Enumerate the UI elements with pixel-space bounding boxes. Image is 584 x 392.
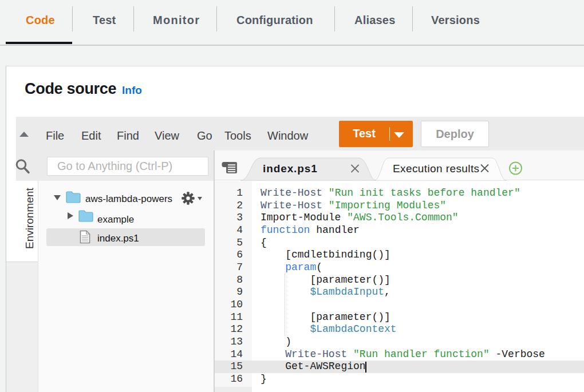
svg-text:Execution results: Execution results: [393, 163, 479, 175]
svg-text:index.ps1: index.ps1: [263, 163, 318, 175]
